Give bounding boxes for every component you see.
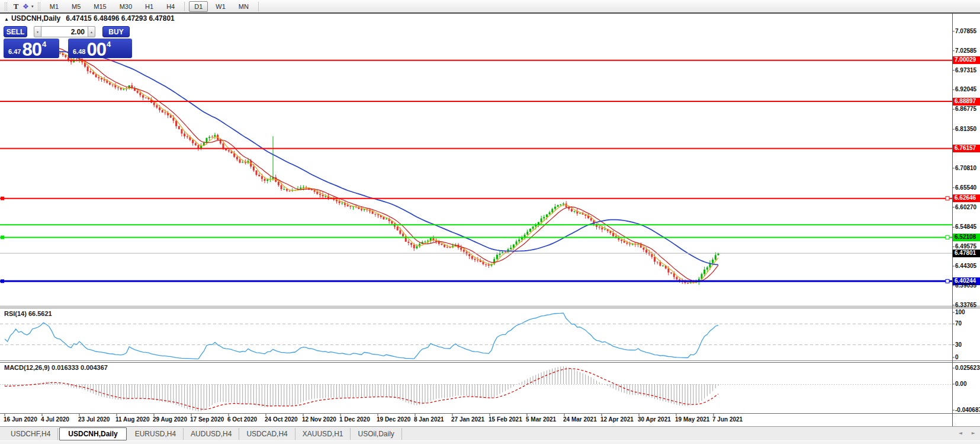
tab-audusd-h4[interactable]: AUDUSD,H4 xyxy=(184,428,239,440)
hline-handle[interactable] xyxy=(1,235,4,239)
buy-button[interactable]: BUY xyxy=(102,26,130,37)
rsi-axis-tick: 70 xyxy=(955,320,962,327)
chart-ohlc-values: 6.47415 6.48496 6.47293 6.47801 xyxy=(66,14,175,23)
tab-xauusd-h1[interactable]: XAUUSD,H1 xyxy=(295,428,351,440)
tab-eurusd-h4[interactable]: EURUSD,H4 xyxy=(128,428,184,440)
date-axis-label: 17 Sep 2020 xyxy=(190,416,224,423)
price-axis-tick: 6.33765 xyxy=(955,302,976,308)
tab-scroll-right-icon[interactable]: ► xyxy=(972,430,975,436)
date-axis-label: 19 Dec 2020 xyxy=(377,416,410,423)
price-axis-tick: 6.81350 xyxy=(955,126,976,132)
price-axis-tick: 6.70810 xyxy=(955,165,976,171)
sell-price-pip-digit: 4 xyxy=(42,40,46,49)
chevron-down-icon: ▼ xyxy=(31,5,34,8)
tab-usoil-daily[interactable]: USOil,Daily xyxy=(351,428,401,440)
date-axis-label: 8 Jan 2021 xyxy=(414,416,444,423)
price-axis-tick: 6.86775 xyxy=(955,106,976,112)
date-axis-label: 7 Jun 2021 xyxy=(712,416,743,423)
timeframe-w1-button[interactable]: W1 xyxy=(210,1,231,12)
timeframe-h1-button[interactable]: H1 xyxy=(140,1,159,12)
hline-price-label[interactable]: 6.76157 xyxy=(953,145,980,152)
timeframe-m30-button[interactable]: M30 xyxy=(114,1,137,12)
timeframe-m1-button[interactable]: M1 xyxy=(44,1,64,12)
date-axis-label: 16 Jun 2020 xyxy=(4,416,37,423)
rsi-axis-tick: 30 xyxy=(955,341,962,348)
date-axis-label: 27 Jan 2021 xyxy=(451,416,484,423)
macd-axis-tick: 0.025623 xyxy=(955,365,980,371)
styles-icon: ❖ xyxy=(23,3,29,10)
status-strip xyxy=(0,440,980,444)
symbol-marker-icon: ▲ xyxy=(4,17,9,22)
styles-tool-button[interactable]: ❖ ▼ xyxy=(22,1,35,12)
price-axis-tick: 7.07855 xyxy=(955,28,976,34)
toolbar: T ❖ ▼ M1 M5 M15 M30 H1 H4 D1 W1 MN xyxy=(0,0,980,14)
hline-price-label[interactable]: 6.62646 xyxy=(953,194,980,202)
toolbar-grip xyxy=(5,2,7,11)
date-axis-label: 5 Mar 2021 xyxy=(526,416,556,423)
buy-price-prefix: 6.48 xyxy=(73,48,85,55)
macd-axis-tick: -0.040687 xyxy=(955,407,980,413)
text-tool-button[interactable]: T xyxy=(10,1,22,12)
tab-scroll-buttons: ◄ ► xyxy=(959,430,975,436)
tab-usdcnh-daily[interactable]: USDCNH,Daily xyxy=(59,427,126,440)
hline-handle[interactable] xyxy=(946,235,949,239)
macd-indicator-label: MACD(12,26,9) 0.016333 0.004367 xyxy=(4,364,108,371)
price-axis-tick: 6.39035 xyxy=(955,282,976,289)
date-axis-label: 29 Aug 2020 xyxy=(153,416,187,423)
spinner-up-icon: ▲ xyxy=(90,30,93,34)
toolbar-grip xyxy=(38,2,40,11)
ma-4-line xyxy=(5,46,718,283)
hline-price-label[interactable]: 6.88897 xyxy=(953,98,980,106)
buy-price-button[interactable]: 6.48 00 4 xyxy=(68,39,132,58)
one-click-trading-panel: SELL ▼ ▲ BUY 6.47 80 4 6.48 00 4 xyxy=(4,26,132,58)
rsi-axis-tick: 100 xyxy=(955,309,965,315)
price-axis-tick: 6.49575 xyxy=(955,243,976,250)
price-axis-tick: 6.92045 xyxy=(955,86,976,92)
chart-tab-bar: USDCHF,H4 USDCNH,Daily EURUSD,H4 AUDUSD,… xyxy=(0,426,980,440)
toolbar-separator xyxy=(184,2,185,11)
tab-scroll-left-icon[interactable]: ◄ xyxy=(959,430,962,436)
timeframe-d1-button[interactable]: D1 xyxy=(189,1,208,12)
mt4-window: T ❖ ▼ M1 M5 M15 M30 H1 H4 D1 W1 MN 7.000… xyxy=(0,0,980,444)
sell-price-button[interactable]: 6.47 80 4 xyxy=(4,39,59,58)
date-axis-label: 12 Apr 2021 xyxy=(600,416,634,423)
price-axis-tick: 7.02585 xyxy=(955,47,976,54)
price-axis-tick: 6.65540 xyxy=(955,184,976,191)
price-axis-tick: 6.60270 xyxy=(955,204,976,210)
hline-handle[interactable] xyxy=(946,279,949,283)
chart-title: ▲ USDCNH,Daily 6.47415 6.48496 6.47293 6… xyxy=(4,14,175,23)
timeframe-m15-button[interactable]: M15 xyxy=(88,1,111,12)
chart-canvas[interactable] xyxy=(0,0,980,444)
hline-price-label[interactable]: 6.52108 xyxy=(953,234,980,241)
macd-axis-tick: 0.00 xyxy=(955,381,966,387)
date-axis-label: 24 Mar 2021 xyxy=(563,416,597,423)
current-price-label: 6.47801 xyxy=(953,250,980,257)
volume-increase-button[interactable]: ▲ xyxy=(88,26,95,37)
timeframe-mn-button[interactable]: MN xyxy=(233,1,254,12)
volume-input[interactable] xyxy=(41,26,88,37)
date-axis-label: 24 Oct 2020 xyxy=(265,416,298,423)
volume-stepper: ▼ ▲ xyxy=(34,26,95,37)
macd-histogram xyxy=(5,366,718,411)
date-axis-label: 12 Nov 2020 xyxy=(302,416,336,423)
date-axis-label: 23 Jul 2020 xyxy=(78,416,110,423)
timeframe-m5-button[interactable]: M5 xyxy=(66,1,86,12)
rsi-axis-tick: 0 xyxy=(955,354,959,360)
tab-usdchf-h4[interactable]: USDCHF,H4 xyxy=(4,428,58,440)
tab-usdcad-h4[interactable]: USDCAD,H4 xyxy=(239,428,295,440)
hline-handle[interactable] xyxy=(946,197,949,200)
hline-price-label[interactable]: 7.00029 xyxy=(953,56,980,64)
sell-price-prefix: 6.47 xyxy=(8,48,21,55)
hline-handle[interactable] xyxy=(1,279,4,283)
price-axis-tick: 6.44305 xyxy=(955,263,976,269)
date-axis-label: 1 Dec 2020 xyxy=(339,416,370,423)
hline-handle[interactable] xyxy=(1,197,4,200)
date-axis-label: 19 May 2021 xyxy=(675,416,709,423)
timeframe-h4-button[interactable]: H4 xyxy=(161,1,180,12)
date-axis-label: 6 Oct 2020 xyxy=(227,416,257,423)
buy-price-big-digits: 00 xyxy=(86,41,105,58)
volume-decrease-button[interactable]: ▼ xyxy=(34,26,41,37)
sell-button[interactable]: SELL xyxy=(4,26,27,37)
sell-price-big-digits: 80 xyxy=(22,41,41,58)
date-axis-label: 4 Jul 2020 xyxy=(41,416,69,423)
